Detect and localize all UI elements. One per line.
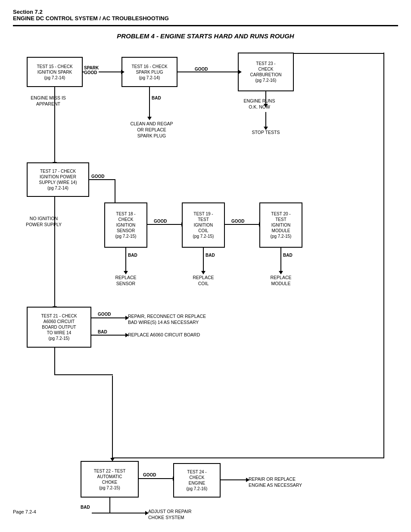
good6-label: GOOD [143,473,156,477]
arrow-t21-bad [91,335,126,336]
replace-module-text: REPLACEMODULE [264,274,298,286]
test16-box: TEST 16 - CHECKSPARK PLUG(pg 7.2-14) [121,57,177,87]
bad5-label: BAD [98,330,107,334]
test20-box: TEST 20 -TESTIGNITIONMODULE(pg 7.2-15) [259,202,302,248]
problem-title: PROBLEM 4 - ENGINE STARTS HARD AND RUNS … [13,32,398,40]
repair-engine-text: REPAIR OR REPLACEENGINE AS NECESSARY [249,476,343,488]
test15-box: TEST 15 - CHECKIGNITION SPARK(pg 7.2-14) [27,57,83,87]
arrow-t18-bad [125,248,126,271]
arrow-t22-good [139,478,173,479]
arrow-t19-t20 [225,224,259,225]
good5-label: GOOD [98,312,111,317]
arrow-t16-bad [149,87,150,117]
arrow-t22-bad-h [92,513,146,513]
arrow-t20-bad [280,248,281,271]
header-rule [13,25,398,26]
bad2-label: BAD [128,253,137,258]
section-line2: ENGINE DC CONTROL SYSTEM / AC TROUBLESHO… [13,15,398,22]
page-number: Page 7.2-4 [13,509,36,514]
arrow-t24-repair [221,479,246,480]
arrow-bottom-join-h [54,374,113,375]
test21-box: TEST 21 - CHECKA6060 CIRCUITBOARD OUTPUT… [27,307,91,348]
bad4-label: BAD [283,253,293,258]
clean-regap-text: CLEAN AND REGAPOR REPLACESPARK PLUG [126,121,177,139]
outer-bottom-v [112,376,113,458]
replace-board-text: REPLACE A6060 CIRCUIT BOARD [128,332,240,338]
test24-box: TEST 24 -CHECKENGINE(pg 7.2-16) [173,463,221,498]
good1-label: GOOD [195,67,208,72]
good2-label: GOOD [91,174,105,179]
arrow-t19-bad [203,248,204,271]
spark-good-label: SPARKGOOD [84,65,99,75]
bad3-label: BAD [206,253,215,258]
replace-sensor-text: REPLACESENSOR [109,274,143,286]
arrow-t16-t23 [177,72,239,72]
test22-box: TEST 22 - TESTAUTOMATICCHOKE(pg 7.2-15) [81,461,139,498]
top-right-h [294,53,384,54]
arrow-t18-t19 [147,224,182,225]
flowchart: TEST 15 - CHECKIGNITION SPARK(pg 7.2-14)… [14,48,397,501]
engine-miss-text: ENGINE MISS ISAPPARENT [27,95,70,107]
arrow-t17-good-h [89,179,115,180]
arrow-t15-miss [54,87,55,162]
good3-label: GOOD [154,219,167,224]
arrow-t23-runs-ok [265,91,266,104]
repair-wire-text: REPAIR, RECONNECT OR REPLACEBAD WIRE(S) … [128,313,240,325]
test17-box: TEST 17 - CHECKIGNITION POWERSUPPLY (WIR… [27,162,89,197]
stop-tests-text: STOP TESTS [249,129,283,135]
arrow-t21-good [91,317,126,318]
no-ignition-text: NO IGNITIONPOWER SUPPLY [23,215,64,227]
test18-box: TEST 18 -CHECKIGNITIONSENSOR(pg 7.2-15) [104,202,147,248]
arrow-runs-ok-stop [265,112,266,127]
section-line1: Section 7.2 [13,9,398,15]
arrow-t17-t21 [54,197,55,307]
bad6-label: BAD [81,505,90,510]
adjust-choke-text: ADJUST OR REPAIRCHOKE SYSTEM [148,508,234,520]
arrow-t21-bottom-v [54,348,55,375]
bad1-label: BAD [152,96,161,100]
outer-bottom-h [112,457,384,458]
good4-label: GOOD [231,219,245,224]
outer-right-line [383,53,384,457]
engine-runs-ok-text: ENGINE RUNSO.K. NOW [234,98,285,110]
section-header: Section 7.2 ENGINE DC CONTROL SYSTEM / A… [13,9,398,22]
arrow-t22-bad-v [109,498,110,513]
replace-coil-text: REPLACECOIL [186,274,221,286]
test19-box: TEST 19 -TESTIGNITIONCOIL(pg 7.2-15) [182,202,225,248]
arrow-t17-good-v [115,179,115,203]
test23-box: TEST 23 -CHECKCARBURETION(pg 7.2-16) [238,53,294,91]
